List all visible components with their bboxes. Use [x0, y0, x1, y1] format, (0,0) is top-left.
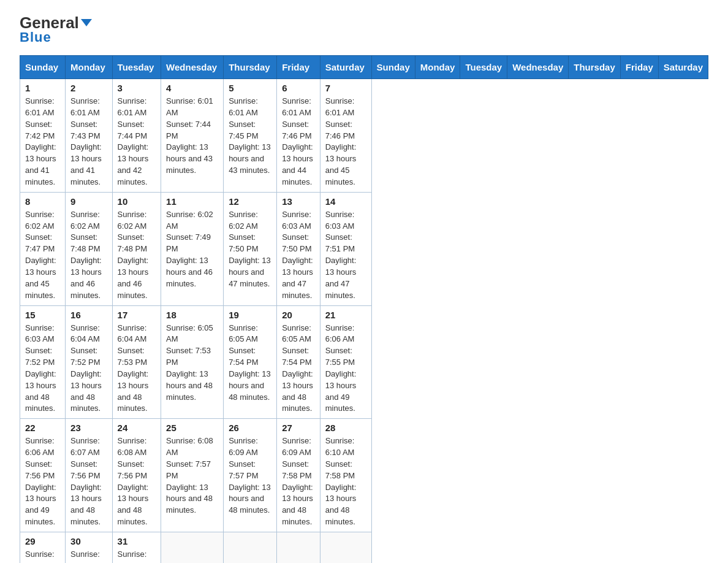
day-number: 14 [325, 196, 366, 207]
day-info: Sunrise: 6:01 AMSunset: 7:46 PMDaylight:… [282, 96, 315, 188]
day-cell: 29Sunrise: 6:10 AMSunset: 7:58 PMDayligh… [20, 532, 66, 564]
day-cell: 16Sunrise: 6:04 AMSunset: 7:52 PMDayligh… [66, 305, 113, 419]
day-cell: 18Sunrise: 6:05 AMSunset: 7:53 PMDayligh… [161, 305, 224, 419]
day-number: 12 [229, 196, 271, 207]
day-cell [224, 532, 277, 564]
day-number: 16 [70, 310, 107, 320]
day-cell: 27Sunrise: 6:09 AMSunset: 7:58 PMDayligh… [277, 419, 320, 532]
day-info: Sunrise: 6:02 AMSunset: 7:48 PMDaylight:… [70, 209, 107, 302]
page-header: General Blue [20, 15, 708, 45]
day-info: Sunrise: 6:07 AMSunset: 7:56 PMDaylight:… [70, 435, 107, 528]
day-info: Sunrise: 6:06 AMSunset: 7:56 PMDaylight:… [25, 435, 60, 528]
col-header-monday: Monday [415, 56, 460, 79]
day-info: Sunrise: 6:02 AMSunset: 7:48 PMDaylight:… [118, 209, 156, 302]
day-number: 9 [70, 196, 107, 207]
day-cell: 8Sunrise: 6:02 AMSunset: 7:47 PMDaylight… [20, 192, 66, 305]
day-cell: 13Sunrise: 6:03 AMSunset: 7:50 PMDayligh… [277, 192, 320, 305]
day-info: Sunrise: 6:05 AMSunset: 7:54 PMDaylight:… [282, 323, 315, 415]
day-number: 10 [118, 196, 156, 207]
logo-general-text: General [20, 15, 79, 31]
col-header-wednesday: Wednesday [507, 56, 569, 79]
day-number: 13 [282, 196, 315, 207]
day-cell: 19Sunrise: 6:05 AMSunset: 7:54 PMDayligh… [224, 305, 277, 419]
day-info: Sunrise: 6:08 AMSunset: 7:57 PMDaylight:… [166, 435, 218, 516]
day-info: Sunrise: 6:04 AMSunset: 7:52 PMDaylight:… [70, 323, 107, 415]
day-cell: 9Sunrise: 6:02 AMSunset: 7:48 PMDaylight… [66, 192, 113, 305]
day-cell: 23Sunrise: 6:07 AMSunset: 7:56 PMDayligh… [66, 419, 113, 532]
day-info: Sunrise: 6:10 AMSunset: 7:58 PMDaylight:… [325, 435, 366, 528]
day-info: Sunrise: 6:02 AMSunset: 7:50 PMDaylight:… [229, 209, 271, 290]
day-info: Sunrise: 6:03 AMSunset: 7:52 PMDaylight:… [25, 323, 60, 415]
day-number: 15 [25, 310, 60, 320]
day-number: 22 [25, 423, 60, 433]
day-number: 24 [118, 423, 156, 433]
day-number: 2 [70, 83, 107, 93]
day-cell: 21Sunrise: 6:06 AMSunset: 7:55 PMDayligh… [320, 305, 371, 419]
day-cell: 14Sunrise: 6:03 AMSunset: 7:51 PMDayligh… [320, 192, 371, 305]
col-header-thursday: Thursday [224, 56, 277, 79]
day-cell: 1Sunrise: 6:01 AMSunset: 7:42 PMDaylight… [20, 79, 66, 193]
day-cell: 6Sunrise: 6:01 AMSunset: 7:46 PMDaylight… [277, 79, 320, 193]
day-info: Sunrise: 6:01 AMSunset: 7:44 PMDaylight:… [166, 96, 218, 177]
day-number: 20 [282, 310, 315, 320]
day-number: 18 [166, 310, 218, 320]
logo-arrow-icon [81, 19, 92, 26]
day-cell: 4Sunrise: 6:01 AMSunset: 7:44 PMDaylight… [161, 79, 224, 193]
day-cell: 31Sunrise: 6:12 AMSunset: 7:59 PMDayligh… [112, 532, 161, 564]
col-header-friday: Friday [277, 56, 320, 79]
col-header-wednesday: Wednesday [161, 56, 224, 79]
day-info: Sunrise: 6:02 AMSunset: 7:47 PMDaylight:… [25, 209, 60, 302]
day-number: 17 [118, 310, 156, 320]
week-row-5: 29Sunrise: 6:10 AMSunset: 7:58 PMDayligh… [20, 532, 708, 564]
day-cell [320, 532, 371, 564]
day-cell: 7Sunrise: 6:01 AMSunset: 7:46 PMDaylight… [320, 79, 371, 193]
day-number: 11 [166, 196, 218, 207]
calendar-table: SundayMondayTuesdayWednesdayThursdayFrid… [20, 55, 708, 563]
day-number: 1 [25, 83, 60, 93]
day-cell: 25Sunrise: 6:08 AMSunset: 7:57 PMDayligh… [161, 419, 224, 532]
col-header-thursday: Thursday [569, 56, 621, 79]
day-info: Sunrise: 6:03 AMSunset: 7:50 PMDaylight:… [282, 209, 315, 302]
day-cell: 5Sunrise: 6:01 AMSunset: 7:45 PMDaylight… [224, 79, 277, 193]
day-cell: 22Sunrise: 6:06 AMSunset: 7:56 PMDayligh… [20, 419, 66, 532]
col-header-tuesday: Tuesday [112, 56, 161, 79]
day-cell: 28Sunrise: 6:10 AMSunset: 7:58 PMDayligh… [320, 419, 371, 532]
day-number: 21 [325, 310, 366, 320]
week-row-1: 1Sunrise: 6:01 AMSunset: 7:42 PMDaylight… [20, 79, 708, 193]
day-info: Sunrise: 6:05 AMSunset: 7:53 PMDaylight:… [166, 323, 218, 404]
col-header-friday: Friday [620, 56, 658, 79]
day-number: 29 [25, 536, 60, 546]
day-info: Sunrise: 6:01 AMSunset: 7:46 PMDaylight:… [325, 96, 366, 188]
day-info: Sunrise: 6:01 AMSunset: 7:42 PMDaylight:… [25, 96, 60, 188]
day-info: Sunrise: 6:05 AMSunset: 7:54 PMDaylight:… [229, 323, 271, 404]
day-info: Sunrise: 6:04 AMSunset: 7:53 PMDaylight:… [118, 323, 156, 415]
logo-blue-text: Blue [20, 29, 51, 45]
col-header-saturday: Saturday [320, 56, 371, 79]
col-header-sunday: Sunday [20, 56, 66, 79]
col-header-saturday: Saturday [658, 56, 708, 79]
day-cell: 3Sunrise: 6:01 AMSunset: 7:44 PMDaylight… [112, 79, 161, 193]
day-cell: 2Sunrise: 6:01 AMSunset: 7:43 PMDaylight… [66, 79, 113, 193]
day-number: 25 [166, 423, 218, 433]
day-cell: 30Sunrise: 6:11 AMSunset: 7:59 PMDayligh… [66, 532, 113, 564]
day-info: Sunrise: 6:08 AMSunset: 7:56 PMDaylight:… [118, 435, 156, 528]
day-cell: 24Sunrise: 6:08 AMSunset: 7:56 PMDayligh… [112, 419, 161, 532]
day-number: 6 [282, 83, 315, 93]
day-number: 7 [325, 83, 366, 93]
day-info: Sunrise: 6:12 AMSunset: 7:59 PMDaylight:… [118, 549, 156, 563]
day-number: 3 [118, 83, 156, 93]
week-row-2: 8Sunrise: 6:02 AMSunset: 7:47 PMDaylight… [20, 192, 708, 305]
day-info: Sunrise: 6:09 AMSunset: 7:58 PMDaylight:… [282, 435, 315, 528]
day-info: Sunrise: 6:03 AMSunset: 7:51 PMDaylight:… [325, 209, 366, 302]
day-info: Sunrise: 6:01 AMSunset: 7:43 PMDaylight:… [70, 96, 107, 188]
day-number: 27 [282, 423, 315, 433]
logo: General Blue [20, 15, 92, 45]
day-cell: 17Sunrise: 6:04 AMSunset: 7:53 PMDayligh… [112, 305, 161, 419]
day-cell: 12Sunrise: 6:02 AMSunset: 7:50 PMDayligh… [224, 192, 277, 305]
day-info: Sunrise: 6:09 AMSunset: 7:57 PMDaylight:… [229, 435, 271, 516]
col-header-monday: Monday [66, 56, 113, 79]
day-cell: 11Sunrise: 6:02 AMSunset: 7:49 PMDayligh… [161, 192, 224, 305]
day-cell [161, 532, 224, 564]
day-info: Sunrise: 6:06 AMSunset: 7:55 PMDaylight:… [325, 323, 366, 415]
day-number: 4 [166, 83, 218, 93]
